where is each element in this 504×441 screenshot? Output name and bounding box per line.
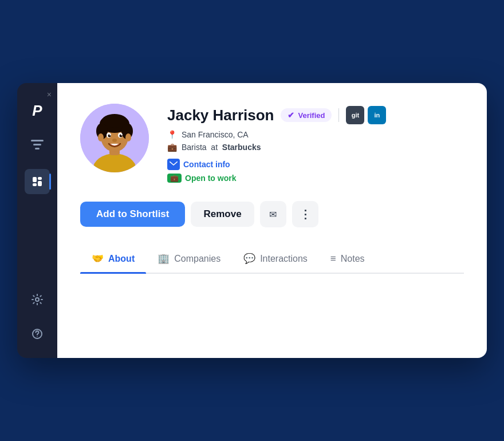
- companies-tab-icon: 🏢: [158, 253, 170, 265]
- verified-badge: ✔ Verified: [281, 108, 332, 122]
- job-row: 💼 Barista at Starbucks: [167, 143, 464, 152]
- email-icon: ✉: [269, 209, 277, 220]
- divider: [338, 108, 339, 122]
- verified-label: Verified: [298, 111, 325, 120]
- sidebar-logo: P: [27, 100, 48, 121]
- sidebar: × P: [17, 83, 57, 358]
- sidebar-bottom: [25, 287, 50, 346]
- svg-point-26: [112, 139, 117, 142]
- more-icon: ⋮: [300, 207, 311, 221]
- linkedin-icon-box[interactable]: in: [368, 106, 386, 124]
- email-button[interactable]: ✉: [260, 201, 286, 227]
- svg-point-7: [36, 298, 39, 301]
- tabs-row: 🤝 About 🏢 Companies 💬 Interactions ≡ Not…: [80, 246, 464, 274]
- profile-name-row: Jacky Harrison ✔ Verified git in: [167, 106, 464, 124]
- location-icon: 📍: [167, 130, 177, 139]
- svg-point-25: [121, 135, 122, 136]
- main-content: Jacky Harrison ✔ Verified git in: [57, 83, 487, 358]
- notes-tab-icon: ≡: [330, 253, 336, 265]
- svg-rect-6: [38, 181, 42, 186]
- svg-point-19: [125, 133, 131, 141]
- remove-button[interactable]: Remove: [191, 202, 254, 227]
- svg-rect-5: [33, 183, 37, 186]
- svg-rect-0: [31, 140, 44, 141]
- sidebar-item-help[interactable]: [25, 321, 50, 346]
- notes-tab-label: Notes: [341, 254, 365, 264]
- about-tab-icon: 🤝: [92, 253, 104, 265]
- companies-tab-label: Companies: [174, 254, 220, 264]
- open-to-work-label: Open to work: [185, 174, 236, 183]
- interactions-tab-icon: 💬: [243, 253, 255, 265]
- about-tab-label: About: [108, 254, 135, 264]
- profile-info: Jacky Harrison ✔ Verified git in: [167, 104, 464, 183]
- linkedin-label: in: [375, 112, 380, 119]
- tab-interactions[interactable]: 💬 Interactions: [232, 246, 319, 273]
- svg-rect-3: [33, 177, 37, 182]
- add-to-shortlist-button[interactable]: Add to Shortlist: [80, 202, 185, 227]
- contact-info-label: Contact info: [183, 160, 230, 169]
- briefcase-icon: 💼: [167, 143, 177, 152]
- profile-header: Jacky Harrison ✔ Verified git in: [80, 104, 464, 183]
- action-row: Add to Shortlist Remove ✉ ⋮: [80, 201, 464, 227]
- svg-point-9: [37, 336, 38, 337]
- open-to-work-link[interactable]: 💼 Open to work: [167, 174, 464, 183]
- more-options-button[interactable]: ⋮: [292, 201, 318, 227]
- location-text: San Francisco, CA: [182, 130, 249, 139]
- job-text: Barista at Starbucks: [182, 143, 261, 152]
- github-icon-box[interactable]: git: [346, 106, 364, 124]
- logo-text: P: [32, 102, 42, 120]
- close-icon[interactable]: ×: [47, 90, 52, 99]
- svg-point-18: [98, 133, 104, 141]
- location-row: 📍 San Francisco, CA: [167, 130, 464, 139]
- sidebar-item-files[interactable]: [25, 169, 50, 194]
- open-work-icon: 💼: [167, 174, 182, 183]
- svg-rect-2: [35, 148, 40, 149]
- email-icon-blue: [167, 159, 180, 170]
- verified-icon: ✔: [288, 111, 294, 120]
- github-label: git: [352, 112, 359, 119]
- profile-name: Jacky Harrison: [167, 107, 274, 124]
- app-container: × P: [17, 83, 487, 358]
- svg-point-17: [102, 114, 127, 128]
- svg-rect-4: [38, 177, 42, 180]
- social-icons: git in: [346, 106, 386, 124]
- tab-about[interactable]: 🤝 About: [80, 246, 146, 273]
- tab-notes[interactable]: ≡ Notes: [319, 246, 376, 273]
- svg-rect-1: [33, 144, 41, 145]
- contact-info-link[interactable]: Contact info: [167, 159, 464, 170]
- avatar: [80, 104, 149, 172]
- filter-icon[interactable]: [27, 135, 48, 155]
- profile-meta: 📍 San Francisco, CA 💼 Barista at Starbuc…: [167, 130, 464, 152]
- svg-point-24: [109, 135, 111, 136]
- sidebar-item-settings[interactable]: [25, 287, 50, 312]
- interactions-tab-label: Interactions: [260, 254, 308, 264]
- tab-companies[interactable]: 🏢 Companies: [146, 246, 232, 273]
